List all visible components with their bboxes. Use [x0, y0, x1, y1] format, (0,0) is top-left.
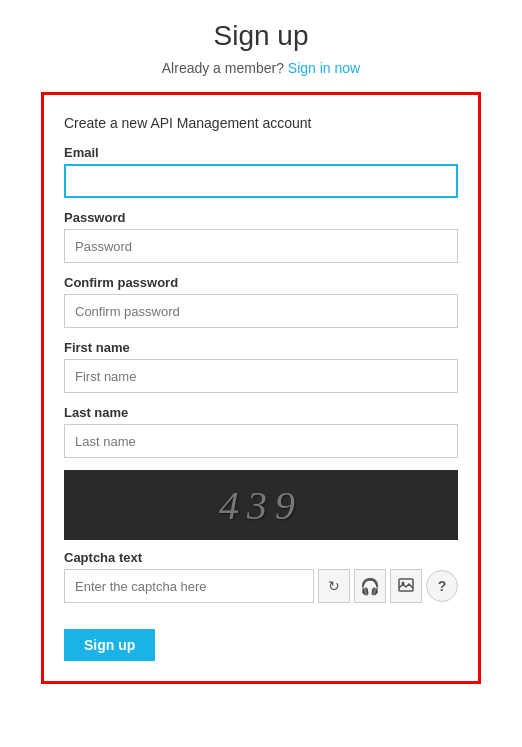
signin-prompt: Already a member? Sign in now	[162, 60, 360, 76]
first-name-input[interactable]	[64, 359, 458, 393]
last-name-label: Last name	[64, 405, 458, 420]
captcha-group: 439 Captcha text ↻ 🎧 ?	[64, 470, 458, 603]
first-name-field-group: First name	[64, 340, 458, 393]
captcha-label: Captcha text	[64, 550, 458, 565]
email-label: Email	[64, 145, 458, 160]
confirm-password-label: Confirm password	[64, 275, 458, 290]
signup-form: Create a new API Management account Emai…	[41, 92, 481, 684]
page-title: Sign up	[214, 20, 309, 52]
email-field-group: Email	[64, 145, 458, 198]
password-input[interactable]	[64, 229, 458, 263]
email-input[interactable]	[64, 164, 458, 198]
signup-button[interactable]: Sign up	[64, 629, 155, 661]
image-icon	[398, 578, 414, 595]
captcha-refresh-button[interactable]: ↻	[318, 569, 350, 603]
password-field-group: Password	[64, 210, 458, 263]
captcha-input[interactable]	[64, 569, 314, 603]
confirm-password-input[interactable]	[64, 294, 458, 328]
refresh-icon: ↻	[328, 578, 340, 594]
already-member-text: Already a member?	[162, 60, 284, 76]
captcha-image: 439	[64, 470, 458, 540]
form-subtitle: Create a new API Management account	[64, 115, 458, 131]
audio-icon: 🎧	[360, 577, 380, 596]
signin-link[interactable]: Sign in now	[288, 60, 360, 76]
captcha-image-button[interactable]	[390, 569, 422, 603]
password-label: Password	[64, 210, 458, 225]
captcha-audio-button[interactable]: 🎧	[354, 569, 386, 603]
last-name-input[interactable]	[64, 424, 458, 458]
captcha-help-button[interactable]: ?	[426, 570, 458, 602]
captcha-input-row: ↻ 🎧 ?	[64, 569, 458, 603]
captcha-display-value: 439	[219, 482, 303, 529]
last-name-field-group: Last name	[64, 405, 458, 458]
help-icon: ?	[438, 578, 447, 594]
confirm-password-field-group: Confirm password	[64, 275, 458, 328]
first-name-label: First name	[64, 340, 458, 355]
